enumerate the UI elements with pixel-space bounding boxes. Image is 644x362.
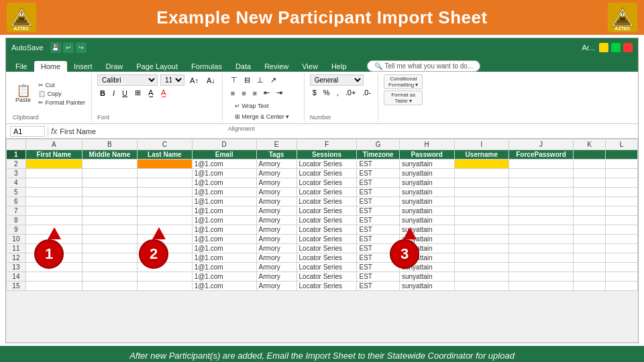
cell-2-row-7[interactable]: Locator Series — [297, 206, 357, 216]
cell-firstname-2[interactable] — [25, 160, 82, 169]
cell-middlename-2[interactable] — [82, 160, 137, 169]
cell-4-row-13[interactable]: sunyattain — [399, 263, 454, 272]
cell-extra-1-row-12[interactable] — [573, 253, 605, 263]
cell-extra-1-row-3[interactable] — [573, 169, 605, 178]
cell-1-row-11[interactable]: Armory — [256, 244, 297, 253]
cell-2-row-8[interactable]: Locator Series — [297, 216, 357, 225]
cell-4-row-6[interactable]: sunyattain — [399, 197, 454, 206]
cell-extra-0-row-12[interactable] — [509, 253, 574, 263]
cell-middlename-12[interactable] — [82, 253, 137, 263]
cell-lastname-14[interactable] — [138, 272, 193, 282]
cell-3-row-2[interactable]: EST — [357, 160, 399, 169]
cell-username-12[interactable] — [454, 253, 509, 263]
cell-extra-1-row-4[interactable] — [573, 178, 605, 188]
cell-4-row-14[interactable]: sunyattain — [399, 272, 454, 282]
cell-extra-0-row-3[interactable] — [509, 169, 574, 178]
cell-username-9[interactable] — [454, 225, 509, 235]
cell-middlename-14[interactable] — [82, 272, 137, 282]
cell-extra-2-row-10[interactable] — [605, 235, 637, 244]
cell-firstname-10[interactable] — [25, 235, 82, 244]
conditional-formatting-btn[interactable]: ConditionalFormatting ▾ — [384, 74, 423, 89]
cell-firstname-3[interactable] — [25, 169, 82, 178]
font-name-select[interactable]: Calibri — [97, 74, 158, 86]
col-H[interactable]: H — [399, 139, 454, 150]
cell-0-row-10[interactable]: 1@1.com — [192, 235, 256, 244]
tab-data[interactable]: Data — [229, 61, 258, 72]
cell-0-row-2[interactable]: 1@1.com — [192, 160, 256, 169]
cell-firstname-5[interactable] — [25, 188, 82, 197]
tab-page-layout[interactable]: Page Layout — [129, 61, 184, 72]
close-btn[interactable] — [623, 43, 633, 52]
cell-extra-0-row-7[interactable] — [509, 206, 574, 216]
cell-firstname-8[interactable] — [25, 216, 82, 225]
cell-extra-2-row-5[interactable] — [605, 188, 637, 197]
cut-button[interactable]: ✂ Cut — [36, 81, 87, 89]
text-angle-btn[interactable]: ↗ — [268, 74, 279, 86]
tab-help[interactable]: Help — [325, 61, 354, 72]
cell-3-row-5[interactable]: EST — [357, 188, 399, 197]
cell-extra-2-row-9[interactable] — [605, 225, 637, 235]
cell-extra-1-row-10[interactable] — [573, 235, 605, 244]
cell-lastname-4[interactable] — [138, 178, 193, 188]
cell-extra-0-row-2[interactable] — [509, 160, 574, 169]
cell-extra-2-row-14[interactable] — [605, 272, 637, 282]
number-format-select[interactable]: General — [310, 74, 364, 86]
cell-1-row-10[interactable]: Armory — [256, 235, 297, 244]
currency-btn[interactable]: $ — [310, 87, 319, 98]
cell-username-7[interactable] — [454, 206, 509, 216]
font-grow-btn[interactable]: A↑ — [187, 75, 201, 86]
cell-username-11[interactable] — [454, 244, 509, 253]
italic-button[interactable]: I — [110, 88, 117, 99]
cell-3-row-11[interactable]: EST — [357, 244, 399, 253]
cell-0-row-11[interactable]: 1@1.com — [192, 244, 256, 253]
cell-extra-0-row-9[interactable] — [509, 225, 574, 235]
font-color-btn[interactable]: A̲ — [158, 87, 169, 99]
align-top-btn[interactable]: ⊤ — [228, 74, 240, 86]
align-center-btn[interactable]: ≡ — [239, 88, 248, 99]
cell-extra-1-row-9[interactable] — [573, 225, 605, 235]
cell-extra-1-row-8[interactable] — [573, 216, 605, 225]
col-L[interactable]: L — [605, 139, 637, 150]
cell-3-row-10[interactable]: EST — [357, 235, 399, 244]
cell-extra-2-row-12[interactable] — [605, 253, 637, 263]
col-K[interactable]: K — [573, 139, 605, 150]
col-B[interactable]: B — [82, 139, 137, 150]
cell-4-row-11[interactable]: sunyattain — [399, 244, 454, 253]
cell-extra-1-row-13[interactable] — [573, 263, 605, 272]
cell-extra-0-row-13[interactable] — [509, 263, 574, 272]
cell-extra-1-row-2[interactable] — [573, 160, 605, 169]
cell-1-row-8[interactable]: Armory — [256, 216, 297, 225]
paste-button[interactable]: 📋 Paste — [13, 83, 34, 105]
cell-2-row-9[interactable]: Locator Series — [297, 225, 357, 235]
cell-3-row-8[interactable]: EST — [357, 216, 399, 225]
fill-color-btn[interactable]: A̲ — [146, 87, 156, 99]
cell-4-row-4[interactable]: sunyattain — [399, 178, 454, 188]
cell-4-row-2[interactable]: sunyattain — [399, 160, 454, 169]
dec-dec-btn[interactable]: .0- — [360, 87, 374, 98]
cell-lastname-2[interactable] — [138, 160, 193, 169]
col-J[interactable]: J — [509, 139, 574, 150]
cell-middlename-13[interactable] — [82, 263, 137, 272]
cell-2-row-13[interactable]: Locator Series — [297, 263, 357, 272]
cell-0-row-3[interactable]: 1@1.com — [192, 169, 256, 178]
cell-1-row-5[interactable]: Armory — [256, 188, 297, 197]
cell-4-row-3[interactable]: sunyattain — [399, 169, 454, 178]
cell-username-3[interactable] — [454, 169, 509, 178]
cell-2-row-14[interactable]: Locator Series — [297, 272, 357, 282]
cell-extra-2-row-4[interactable] — [605, 178, 637, 188]
cell-lastname-6[interactable] — [138, 197, 193, 206]
cell-2-row-12[interactable]: Locator Series — [297, 253, 357, 263]
cell-3-row-7[interactable]: EST — [357, 206, 399, 216]
indent-dec-btn[interactable]: ⇤ — [261, 87, 272, 99]
col-G[interactable]: G — [357, 139, 399, 150]
cell-extra-0-row-11[interactable] — [509, 244, 574, 253]
cell-extra-2-row-11[interactable] — [605, 244, 637, 253]
cell-3-row-3[interactable]: EST — [357, 169, 399, 178]
cell-1-row-2[interactable]: Armory — [256, 160, 297, 169]
cell-2-row-5[interactable]: Locator Series — [297, 188, 357, 197]
cell-extra-1-row-6[interactable] — [573, 197, 605, 206]
cell-middlename-9[interactable] — [82, 225, 137, 235]
cell-extra-2-row-7[interactable] — [605, 206, 637, 216]
cell-username-6[interactable] — [454, 197, 509, 206]
cell-extra-1-row-14[interactable] — [573, 272, 605, 282]
